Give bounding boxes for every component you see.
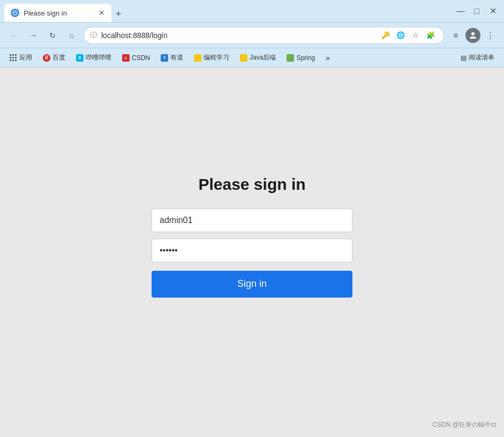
tab-area: Please sign in ✕ + <box>4 0 452 22</box>
bookmark-java-label: Java后端 <box>250 53 276 62</box>
translate-icon[interactable]: 🌐 <box>394 29 407 42</box>
back-button[interactable]: ← <box>6 28 21 43</box>
bookmark-youdao-label: 有道 <box>170 53 183 62</box>
more-bookmarks-icon: » <box>326 54 330 62</box>
bookmark-youdao[interactable]: Y 有道 <box>156 51 187 64</box>
extensions-icon[interactable]: 🧩 <box>424 29 437 42</box>
password-input[interactable] <box>152 239 352 262</box>
bookmark-apps[interactable]: 应用 <box>5 51 36 64</box>
login-title: Please sign in <box>198 175 305 194</box>
csdn-icon: C <box>122 54 130 62</box>
reading-list-icon: ▤ <box>461 54 467 62</box>
bookmark-bilibili[interactable]: B 哔哩哔哩 <box>72 51 116 64</box>
watermark: CSDN @狂奔の蜗牛rz <box>432 420 497 429</box>
bookmark-programming-label: 编程学习 <box>204 53 229 62</box>
close-button[interactable]: ✕ <box>486 4 500 18</box>
url-actions: 🔑 🌐 ☆ 🧩 <box>379 29 437 42</box>
java-icon <box>240 54 247 62</box>
spring-icon <box>287 54 294 62</box>
more-options-icon[interactable]: ⋮ <box>483 28 498 43</box>
forward-button[interactable]: → <box>26 28 41 43</box>
minimize-button[interactable]: — <box>454 4 468 18</box>
username-input[interactable] <box>152 209 352 232</box>
tab-title: Please sign in <box>24 9 94 17</box>
new-tab-button[interactable]: + <box>111 6 126 22</box>
security-icon: ⓘ <box>91 31 97 40</box>
bookmark-bilibili-label: 哔哩哔哩 <box>86 53 111 62</box>
bookmark-csdn-label: CSDN <box>132 54 150 62</box>
key-icon: 🔑 <box>379 29 392 42</box>
active-tab[interactable]: Please sign in ✕ <box>4 4 111 22</box>
bookmark-baidu[interactable]: 百 百度 <box>39 51 70 64</box>
bookmark-baidu-label: 百度 <box>52 53 65 62</box>
url-bar[interactable]: ⓘ localhost:8888/login 🔑 🌐 ☆ 🧩 <box>84 27 444 44</box>
sign-in-button[interactable]: Sign in <box>152 271 352 298</box>
reading-mode-icon[interactable]: ≡ <box>448 28 463 43</box>
bilibili-icon: B <box>76 54 84 62</box>
youdao-icon: Y <box>161 54 168 62</box>
bookmark-java[interactable]: Java后端 <box>236 51 280 64</box>
refresh-button[interactable]: ↻ <box>45 28 60 43</box>
window-controls: — □ ✕ <box>454 4 500 18</box>
bookmark-programming[interactable]: 编程学习 <box>190 51 234 64</box>
restore-button[interactable]: □ <box>470 4 484 18</box>
title-bar: Please sign in ✕ + — □ ✕ <box>0 0 504 23</box>
bookmark-star-icon[interactable]: ☆ <box>409 29 422 42</box>
address-bar: ← → ↻ ⌂ ⓘ localhost:8888/login 🔑 🌐 ☆ 🧩 ≡… <box>0 23 504 48</box>
bookmark-spring-label: Spring <box>296 54 315 62</box>
programming-icon <box>194 54 201 62</box>
page-content: Please sign in Sign in CSDN @狂奔の蜗牛rz <box>0 68 504 437</box>
svg-point-1 <box>471 32 475 35</box>
bookmark-apps-label: 应用 <box>19 53 32 62</box>
tab-close-button[interactable]: ✕ <box>99 9 105 17</box>
bookmark-spring[interactable]: Spring <box>282 53 319 63</box>
browser-window: Please sign in ✕ + — □ ✕ ← → ↻ ⌂ ⓘ local… <box>0 0 504 437</box>
bookmarks-bar: 应用 百 百度 B 哔哩哔哩 C CSDN Y 有道 <box>0 48 504 68</box>
home-button[interactable]: ⌂ <box>64 28 79 43</box>
reading-list-label: 阅读清单 <box>469 53 494 62</box>
baidu-icon: 百 <box>43 54 50 62</box>
bookmark-more[interactable]: » <box>321 52 334 64</box>
profile-button[interactable] <box>465 28 480 43</box>
reading-list-button[interactable]: ▤ 阅读清单 <box>456 51 499 64</box>
login-container: Please sign in Sign in <box>152 175 352 298</box>
toolbar-icons: ≡ ⋮ <box>448 28 498 43</box>
bookmark-csdn[interactable]: C CSDN <box>118 53 154 63</box>
login-form: Sign in <box>152 209 352 298</box>
apps-grid-icon <box>10 54 17 62</box>
tab-favicon <box>11 9 19 17</box>
url-text: localhost:8888/login <box>101 31 375 40</box>
